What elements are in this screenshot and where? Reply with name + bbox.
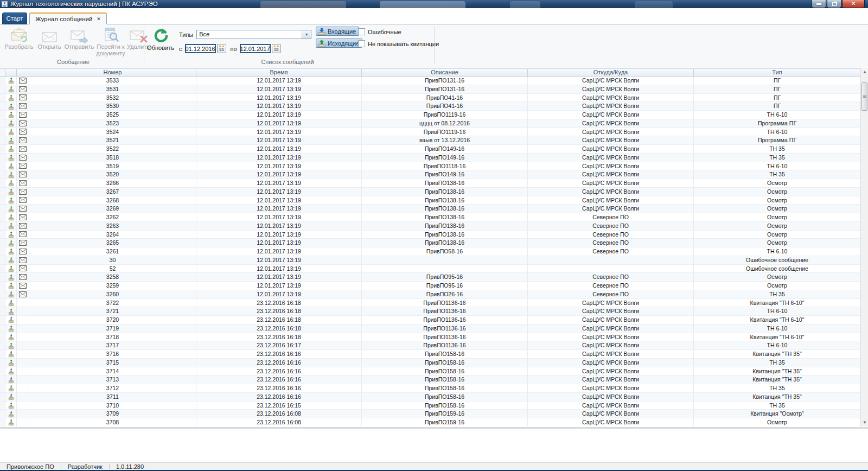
minimize-button[interactable] [812, 0, 826, 8]
cell-number[interactable]: 3259 [29, 282, 196, 290]
table-row[interactable]: 326512.01.2017 13:19ПривПО138-16Северное… [0, 239, 860, 247]
cell-type[interactable]: ПГ [694, 94, 860, 103]
cell-description[interactable]: ПривПО95-16 [362, 282, 528, 290]
cell-description[interactable]: ПривПО138-16 [362, 222, 528, 231]
table-row[interactable]: 371823.12.2016 16:18ПривПО1136-16СарЦУС … [0, 333, 860, 342]
cell-number[interactable]: 3714 [29, 367, 196, 376]
cell-type[interactable]: Квитанция "ТН 6-10" [694, 299, 860, 308]
cell-description[interactable]: ПривПО159-16 [362, 410, 528, 418]
cell-description[interactable] [362, 256, 528, 265]
date-from-input[interactable]: 01.12.2016 [185, 44, 216, 53]
cell-number[interactable]: 3268 [29, 196, 196, 205]
cell-number[interactable]: 30 [29, 256, 196, 265]
cell-from-to[interactable]: СарЦУС МРСК Волги [528, 384, 694, 393]
table-row[interactable]: 326712.01.2017 13:19ПривПО138-16СарЦУС М… [0, 188, 860, 196]
table-row[interactable]: 370923.12.2016 16:08ПривПО159-16СарЦУС М… [0, 410, 860, 418]
cell-time[interactable]: 12.01.2017 13:19 [196, 247, 362, 256]
cell-type[interactable]: Осмотр [694, 282, 860, 290]
table-row[interactable]: 326912.01.2017 13:19ПривПО138-16СарЦУС М… [0, 205, 860, 213]
tab-message-journal[interactable]: Журнал сообщений ✕ [29, 12, 107, 24]
cell-from-to[interactable]: СарЦУС МРСК Волги [528, 367, 694, 376]
cell-time[interactable]: 12.01.2017 13:19 [196, 256, 362, 265]
cell-type[interactable]: ПГ [694, 77, 860, 85]
cell-time[interactable]: 23.12.2016 16:16 [196, 393, 362, 402]
tab-start[interactable]: Старт [2, 12, 27, 24]
cell-description[interactable]: ПривПО1136-16 [362, 341, 528, 350]
cell-description[interactable]: ПривПО1136-16 [362, 324, 528, 333]
cell-number[interactable]: 3522 [29, 145, 196, 154]
cell-number[interactable]: 3533 [29, 77, 196, 85]
cell-number[interactable]: 3263 [29, 222, 196, 231]
header-from-to[interactable]: Откуда/Куда [528, 69, 694, 76]
table-row[interactable]: 325912.01.2017 13:19ПривПО95-16Северное … [0, 282, 860, 290]
cell-number[interactable]: 3711 [29, 393, 196, 402]
cell-type[interactable]: Программа ПГ [694, 119, 860, 128]
cell-description[interactable]: ПривПО131-16 [362, 85, 528, 94]
cell-from-to[interactable]: СарЦУС МРСК Волги [528, 154, 694, 162]
table-row[interactable]: 372023.12.2016 16:18ПривПО1136-16СарЦУС … [0, 316, 860, 324]
tab-close-icon[interactable]: ✕ [97, 16, 101, 22]
cell-description[interactable]: ПривПО41-16 [362, 102, 528, 111]
table-row[interactable]: 371923.12.2016 16:18ПривПО1136-16СарЦУС … [0, 324, 860, 333]
cell-type[interactable]: ТН 6-10 [694, 247, 860, 256]
cell-description[interactable]: ваыв от 13.12.2016 [362, 136, 528, 145]
cell-from-to[interactable]: СарЦУС МРСК Волги [528, 375, 694, 384]
cell-description[interactable]: ПривПО1119-16 [362, 111, 528, 119]
cell-from-to[interactable] [528, 265, 694, 273]
incoming-toggle[interactable]: Входящие [316, 27, 359, 36]
cell-time[interactable]: 12.01.2017 13:19 [196, 222, 362, 231]
cell-description[interactable]: ПривПО138-16 [362, 179, 528, 188]
cell-description[interactable]: ПривПО149-16 [362, 154, 528, 162]
cell-number[interactable]: 3718 [29, 333, 196, 342]
cell-from-to[interactable]: СарЦУС МРСК Волги [528, 359, 694, 367]
cell-from-to[interactable]: Северное ПО [528, 222, 694, 231]
cell-from-to[interactable]: Северное ПО [528, 290, 694, 299]
table-row[interactable]: 326312.01.2017 13:19ПривПО138-16Северное… [0, 222, 860, 231]
cell-number[interactable]: 3719 [29, 324, 196, 333]
cell-type[interactable]: ТН 35 [694, 290, 860, 299]
calendar-from-icon[interactable]: 15 [217, 44, 226, 53]
scroll-down-icon[interactable]: ▼ [861, 419, 868, 427]
cell-type[interactable]: Осмотр [694, 418, 860, 427]
cell-from-to[interactable]: СарЦУС МРСК Волги [528, 316, 694, 324]
cell-from-to[interactable]: СарЦУС МРСК Волги [528, 402, 694, 410]
cell-number[interactable]: 3716 [29, 350, 196, 359]
cell-time[interactable]: 23.12.2016 16:16 [196, 359, 362, 367]
cell-description[interactable]: ПривПО138-16 [362, 188, 528, 196]
cell-number[interactable]: 3260 [29, 290, 196, 299]
cell-number[interactable]: 3518 [29, 154, 196, 162]
cell-from-to[interactable]: СарЦУС МРСК Волги [528, 102, 694, 111]
cell-from-to[interactable]: СарЦУС МРСК Волги [528, 299, 694, 308]
cell-from-to[interactable]: Северное ПО [528, 239, 694, 247]
table-row[interactable]: 352312.01.2017 13:19цццц от 08.12.2016Са… [0, 119, 860, 128]
cell-number[interactable]: 3722 [29, 299, 196, 308]
cell-from-to[interactable]: СарЦУС МРСК Волги [528, 145, 694, 154]
cell-time[interactable]: 12.01.2017 13:19 [196, 145, 362, 154]
parse-message-button[interactable]: Разобрать [3, 26, 35, 50]
cell-type[interactable]: Осмотр [694, 239, 860, 247]
goto-document-button[interactable]: Перейти к документу [95, 26, 126, 56]
cell-time[interactable]: 23.12.2016 16:18 [196, 316, 362, 324]
cell-type[interactable]: Квитанция "ТН 35" [694, 350, 860, 359]
cell-time[interactable]: 23.12.2016 16:08 [196, 418, 362, 427]
cell-description[interactable]: ПривПО1136-16 [362, 333, 528, 342]
cell-from-to[interactable]: СарЦУС МРСК Волги [528, 119, 694, 128]
cell-type[interactable]: Квитанция "ТН 6-10" [694, 316, 860, 324]
cell-description[interactable]: ПривПО158-16 [362, 393, 528, 402]
cell-from-to[interactable]: СарЦУС МРСК Волги [528, 341, 694, 350]
table-row[interactable]: 353212.01.2017 13:19ПривПО41-16СарЦУС МР… [0, 94, 860, 103]
cell-from-to[interactable]: СарЦУС МРСК Волги [528, 205, 694, 213]
cell-time[interactable]: 12.01.2017 13:19 [196, 179, 362, 188]
checkbox-errors[interactable]: Ошибочные [358, 28, 401, 35]
cell-from-to[interactable]: СарЦУС МРСК Волги [528, 85, 694, 94]
checkbox-hide-receipts-box[interactable] [358, 40, 365, 47]
cell-time[interactable]: 12.01.2017 13:19 [196, 188, 362, 196]
cell-from-to[interactable]: Северное ПО [528, 273, 694, 282]
cell-type[interactable]: Квитанция "ТН 35" [694, 393, 860, 402]
types-dropdown[interactable]: Все ▼ [196, 30, 311, 39]
header-number[interactable]: Номер [29, 69, 196, 76]
cell-number[interactable]: 3710 [29, 402, 196, 410]
cell-type[interactable]: ТН 6-10 [694, 111, 860, 119]
cell-number[interactable]: 3269 [29, 205, 196, 213]
table-row[interactable]: 371723.12.2016 16:17ПривПО1136-16СарЦУС … [0, 341, 860, 350]
